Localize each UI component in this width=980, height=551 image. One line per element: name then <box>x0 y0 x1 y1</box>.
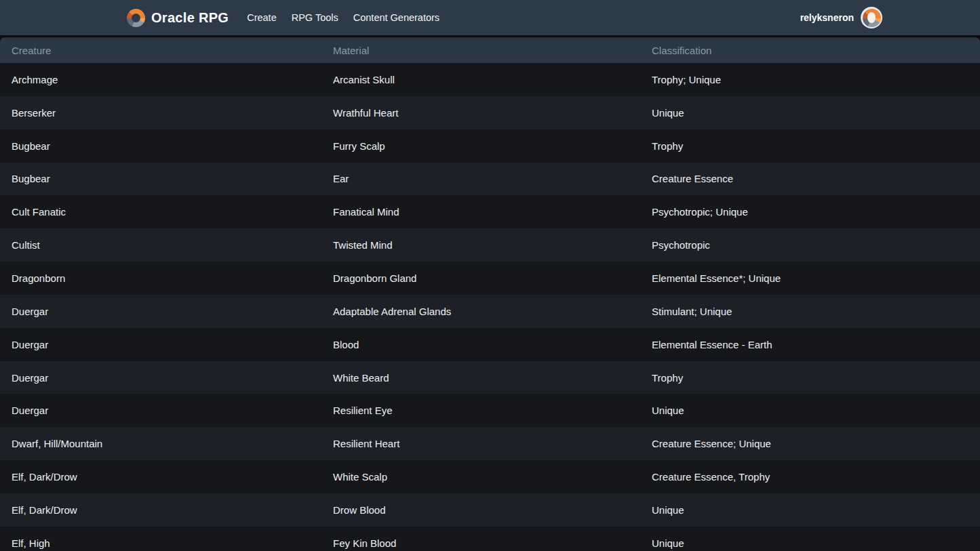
cell-material: Fanatical Mind <box>321 206 640 218</box>
table-row[interactable]: BugbearEarCreature Essence <box>0 163 980 196</box>
cell-material: Blood <box>321 339 640 350</box>
cell-material: Adaptable Adrenal Glands <box>321 306 640 317</box>
cell-creature: Elf, Dark/Drow <box>0 504 321 516</box>
cell-material: White Beard <box>321 372 640 384</box>
cell-creature: Cult Fanatic <box>0 206 321 218</box>
table-row[interactable]: Dwarf, Hill/MountainResilient HeartCreat… <box>0 427 980 460</box>
username-label: relyksneron <box>800 12 854 23</box>
cell-material: Furry Scalp <box>321 140 640 152</box>
table-row[interactable]: Elf, Dark/DrowDrow BloodUnique <box>0 493 980 527</box>
brand-title: Oracle RPG <box>151 10 229 26</box>
cell-creature: Duergar <box>0 405 321 416</box>
cell-classification: Unique <box>640 107 980 119</box>
cell-creature: Duergar <box>0 372 321 384</box>
column-header-classification[interactable]: Classification <box>640 45 980 56</box>
cell-creature: Dragonborn <box>0 272 321 284</box>
user-avatar[interactable] <box>861 7 882 28</box>
table-row[interactable]: DragonbornDragonborn GlandElemental Esse… <box>0 262 980 295</box>
cell-material: Resilient Heart <box>321 438 640 449</box>
materials-table: Creature Material Classification Archmag… <box>0 37 980 551</box>
cell-classification: Trophy <box>640 140 980 152</box>
table-row[interactable]: CultistTwisted MindPsychotropic <box>0 228 980 262</box>
cell-classification: Unique <box>640 537 980 549</box>
cell-material: White Scalp <box>321 471 640 483</box>
cell-creature: Cultist <box>0 239 321 251</box>
cell-creature: Bugbear <box>0 173 321 184</box>
nav-item-rpg-tools[interactable]: RPG Tools <box>284 7 346 28</box>
cell-material: Arcanist Skull <box>321 74 640 85</box>
table-row[interactable]: DuergarResilient EyeUnique <box>0 394 980 427</box>
user-area: relyksneron <box>800 7 882 28</box>
cell-classification: Unique <box>640 405 980 416</box>
cell-material: Wrathful Heart <box>321 107 640 119</box>
cell-classification: Elemental Essence*; Unique <box>640 272 980 284</box>
top-navbar: Oracle RPG Create RPG Tools Content Gene… <box>0 0 980 35</box>
cell-material: Twisted Mind <box>321 239 640 251</box>
table-row[interactable]: DuergarAdaptable Adrenal GlandsStimulant… <box>0 295 980 328</box>
cell-creature: Dwarf, Hill/Mountain <box>0 438 321 449</box>
table-row[interactable]: Elf, Dark/DrowWhite ScalpCreature Essenc… <box>0 460 980 493</box>
cell-classification: Unique <box>640 504 980 516</box>
cell-creature: Elf, Dark/Drow <box>0 471 321 483</box>
cell-classification: Trophy <box>640 372 980 384</box>
cell-creature: Bugbear <box>0 140 321 152</box>
cell-material: Ear <box>321 173 640 184</box>
table-row[interactable]: DuergarWhite BeardTrophy <box>0 361 980 394</box>
cell-classification: Psychotropic <box>640 239 980 251</box>
column-header-creature[interactable]: Creature <box>0 45 321 56</box>
table-row[interactable]: Cult FanaticFanatical MindPsychotropic; … <box>0 195 980 228</box>
nav-item-content-generators[interactable]: Content Generators <box>346 7 447 28</box>
table-row[interactable]: Elf, HighFey Kin BloodUnique <box>0 527 980 551</box>
oracle-rpg-logo-icon <box>127 9 145 27</box>
table-row[interactable]: BugbearFurry ScalpTrophy <box>0 129 980 163</box>
cell-classification: Stimulant; Unique <box>640 306 980 317</box>
cell-material: Dragonborn Gland <box>321 272 640 284</box>
table-row[interactable]: BerserkerWrathful HeartUnique <box>0 96 980 129</box>
cell-creature: Duergar <box>0 339 321 350</box>
table-body: ArchmageArcanist SkullTrophy; UniqueBers… <box>0 63 980 551</box>
column-header-material[interactable]: Material <box>321 45 640 56</box>
cell-material: Resilient Eye <box>321 405 640 416</box>
cell-creature: Elf, High <box>0 537 321 549</box>
cell-classification: Creature Essence <box>640 173 980 184</box>
cell-creature: Duergar <box>0 306 321 317</box>
brand[interactable]: Oracle RPG <box>127 9 229 27</box>
table-row[interactable]: ArchmageArcanist SkullTrophy; Unique <box>0 63 980 96</box>
cell-classification: Elemental Essence - Earth <box>640 339 980 350</box>
cell-classification: Creature Essence, Trophy <box>640 471 980 483</box>
cell-material: Drow Blood <box>321 504 640 516</box>
primary-nav: Create RPG Tools Content Generators <box>239 7 447 28</box>
table-row[interactable]: DuergarBloodElemental Essence - Earth <box>0 328 980 361</box>
nav-item-create[interactable]: Create <box>239 7 284 28</box>
cell-classification: Trophy; Unique <box>640 74 980 85</box>
table-header-row: Creature Material Classification <box>0 37 980 63</box>
cell-classification: Creature Essence; Unique <box>640 438 980 449</box>
cell-material: Fey Kin Blood <box>321 537 640 549</box>
cell-creature: Archmage <box>0 74 321 85</box>
cell-creature: Berserker <box>0 107 321 119</box>
cell-classification: Psychotropic; Unique <box>640 206 980 218</box>
